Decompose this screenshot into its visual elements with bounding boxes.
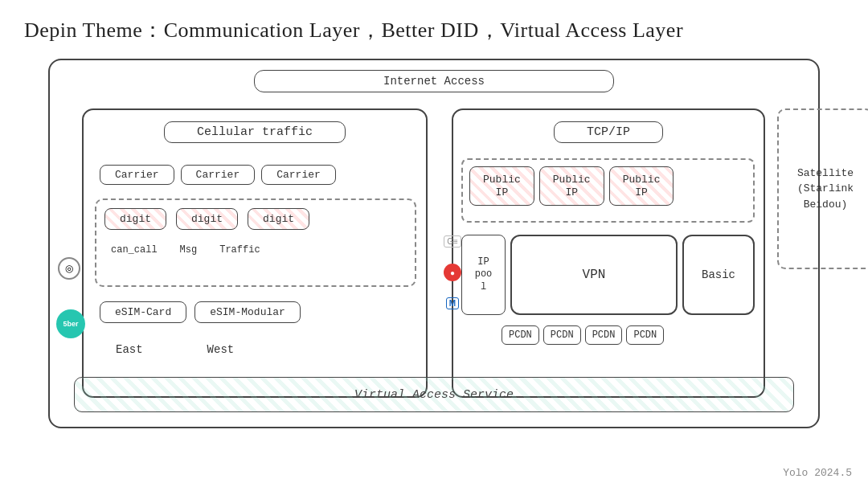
five-badge-circle: 5ber bbox=[56, 309, 85, 338]
tcp-ip-label: TCP/IP bbox=[554, 121, 663, 143]
east-west-row: East West bbox=[100, 343, 234, 356]
public-ip-box-3: Public IP bbox=[609, 166, 674, 206]
carrier-box-1: Carrier bbox=[100, 165, 174, 185]
public-ip-dashed-area: Public IP Public IP Public IP bbox=[461, 158, 755, 223]
digit-boxes-row: digit digit digit bbox=[104, 208, 309, 230]
public-ip-boxes: Public IP Public IP Public IP bbox=[469, 166, 674, 206]
vpn-box: VPN bbox=[510, 235, 678, 315]
pcdn-box-1: PCDN bbox=[502, 325, 539, 345]
digit-box-2: digit bbox=[176, 208, 238, 230]
pcdn-box-2: PCDN bbox=[543, 325, 581, 345]
slide: Depin Theme：Communication Layer，Better D… bbox=[0, 0, 868, 487]
digit-box-3: digit bbox=[248, 208, 309, 230]
esim-card-box: eSIM-Card bbox=[100, 301, 186, 323]
cellular-traffic-label: Cellular traffic bbox=[164, 121, 346, 143]
digit-label-1: can_call bbox=[104, 244, 164, 256]
carrier-box-3: Carrier bbox=[261, 165, 336, 185]
esim-modular-box: eSIM-Modular bbox=[194, 301, 301, 323]
public-ip-box-2: Public IP bbox=[539, 166, 604, 206]
esim-row: eSIM-Card eSIM-Modular bbox=[100, 301, 301, 323]
page-title: Depin Theme：Communication Layer，Better D… bbox=[24, 16, 844, 44]
ip-pool-box: IPpool bbox=[461, 235, 506, 315]
left-panel: Cellular traffic Carrier Carrier Carrier… bbox=[82, 108, 428, 398]
middle-icons: G≡ ● M bbox=[444, 235, 461, 309]
digit-label-2: Msg bbox=[174, 244, 204, 256]
carrier-row: Carrier Carrier Carrier bbox=[100, 165, 336, 185]
satellite-text: Satellite(StarlinkBeidou) bbox=[797, 166, 854, 213]
g-icon: G≡ bbox=[444, 235, 461, 248]
satellite-box: Satellite(StarlinkBeidou) bbox=[777, 108, 868, 269]
diagram-container: Internet Access ◎ 5ber G≡ ● M Cellular t… bbox=[48, 59, 820, 428]
internet-access-bar: Internet Access bbox=[254, 70, 614, 92]
eye-icon: ◎ bbox=[58, 257, 80, 280]
pcdn-box-3: PCDN bbox=[585, 325, 623, 345]
digit-dashed-area: digit digit digit can_call Msg Traffic bbox=[95, 198, 416, 287]
digit-labels-row: can_call Msg Traffic bbox=[104, 244, 267, 256]
m-icon: M bbox=[446, 297, 459, 309]
digit-box-1: digit bbox=[104, 208, 166, 230]
east-label: East bbox=[116, 343, 143, 356]
red-dot-icon: ● bbox=[444, 264, 461, 281]
virtual-access-bar: Virtual Access Service bbox=[74, 377, 794, 412]
left-icons: ◎ bbox=[58, 257, 80, 280]
basic-box: Basic bbox=[682, 235, 755, 315]
middle-section: IPpool VPN Basic bbox=[461, 235, 755, 315]
right-panel: TCP/IP Public IP Public IP Public IP bbox=[452, 108, 765, 398]
carrier-box-2: Carrier bbox=[181, 165, 256, 185]
virtual-access-label: Virtual Access Service bbox=[354, 388, 514, 402]
digit-label-3: Traffic bbox=[213, 244, 266, 256]
pcdn-row: PCDN PCDN PCDN PCDN bbox=[502, 325, 664, 345]
west-label: West bbox=[207, 343, 235, 356]
yolo-watermark: Yolo 2024.5 bbox=[783, 467, 852, 479]
pcdn-box-4: PCDN bbox=[626, 325, 664, 345]
fiver-badge: 5ber bbox=[56, 309, 85, 338]
public-ip-box-1: Public IP bbox=[469, 166, 534, 206]
